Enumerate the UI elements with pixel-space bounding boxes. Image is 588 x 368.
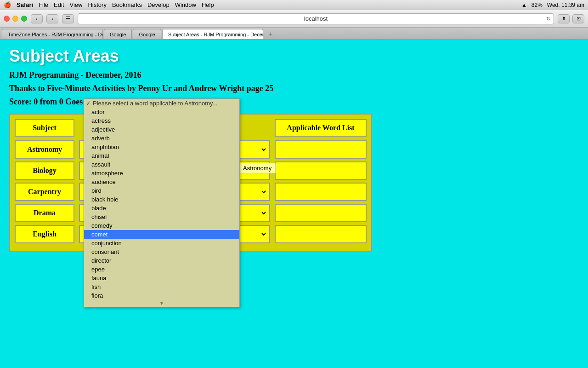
dropdown-item[interactable]: conjunction: [84, 239, 239, 247]
dropdown-overlay[interactable]: ✓ Please select a word applicable to Ast…: [84, 98, 240, 307]
dropdown-item[interactable]: black hole: [84, 195, 239, 204]
dropdown-item[interactable]: animal: [84, 151, 239, 160]
menu-help[interactable]: Help: [202, 1, 214, 8]
applicable-column-header: Applicable Word List: [275, 119, 367, 137]
menu-history[interactable]: History: [88, 1, 106, 8]
dropdown-item[interactable]: flora: [84, 291, 239, 300]
subject-carpentry: Carpentry: [15, 183, 74, 201]
thanks-text: Thanks to Five-Minute Activities by Penn…: [9, 84, 579, 93]
subject-biology: Biology: [15, 161, 74, 180]
new-tab-button[interactable]: +: [266, 30, 275, 39]
dropdown-item[interactable]: comedy: [84, 221, 239, 230]
refresh-button[interactable]: ↻: [546, 16, 551, 22]
checkmark-icon: ✓: [86, 100, 91, 107]
dropdown-item[interactable]: audience: [84, 178, 239, 186]
menu-view[interactable]: View: [70, 1, 83, 8]
dropdown-item[interactable]: actress: [84, 116, 239, 125]
menu-edit[interactable]: Edit: [54, 1, 64, 8]
traffic-lights: [4, 16, 27, 22]
subject-drama: Drama: [15, 204, 74, 222]
dropdown-placeholder-item: ✓ Please select a word applicable to Ast…: [84, 99, 239, 108]
dropdown-item[interactable]: chisel: [84, 213, 239, 221]
browser-toolbar: ‹ › ☰ localhost ↻ ⬆ ⊡: [0, 10, 588, 28]
url-text: localhost: [304, 15, 328, 22]
page-title: Subject Areas: [9, 46, 579, 66]
menu-develop[interactable]: Develop: [147, 1, 170, 8]
subject-column-header: Subject: [15, 119, 74, 137]
dropdown-item[interactable]: adjective: [84, 125, 239, 134]
battery-status: 82%: [531, 2, 543, 8]
menu-window[interactable]: Window: [175, 1, 196, 8]
menubar-right: ▲ 82% Wed. 11:39 am: [521, 2, 584, 8]
dropdown-scroll-indicator: ▼: [84, 300, 239, 307]
applicable-carpentry: [275, 183, 367, 201]
minimize-button[interactable]: [12, 16, 18, 22]
dropdown-item[interactable]: adverb: [84, 134, 239, 143]
tab-2[interactable]: Google: [133, 29, 161, 39]
applicable-drama: [275, 204, 367, 222]
tab-1[interactable]: Google: [104, 29, 132, 39]
dropdown-item[interactable]: actor: [84, 108, 239, 116]
dropdown-item[interactable]: director: [84, 256, 239, 265]
tab-0[interactable]: TimeZone Places - RJM Programming - Dece…: [2, 29, 103, 39]
clock: Wed. 11:39 am: [547, 2, 584, 8]
back-button[interactable]: ‹: [31, 14, 43, 23]
dropdown-item[interactable]: assault: [84, 160, 239, 169]
sidebar-button[interactable]: ☰: [62, 14, 74, 23]
apple-menu[interactable]: 🍎: [4, 1, 11, 8]
applicable-english: [275, 225, 367, 243]
tabs-bar: TimeZone Places - RJM Programming - Dece…: [0, 28, 588, 40]
url-bar[interactable]: localhost ↻: [78, 13, 554, 24]
subject-astronomy: Astronomy: [15, 140, 74, 159]
applicable-biology: [275, 161, 367, 180]
maximize-button[interactable]: [21, 16, 27, 22]
tab-3[interactable]: Subject Areas - RJM Programming - Decemb…: [162, 29, 263, 39]
page-subtitle: RJM Programming - December, 2016: [9, 70, 579, 80]
toolbar-right-buttons: ⬆ ⊡: [558, 14, 584, 23]
applicable-astronomy: [275, 140, 367, 159]
dropdown-item[interactable]: blade: [84, 204, 239, 213]
forward-button[interactable]: ›: [46, 14, 58, 23]
dropdown-item[interactable]: fauna: [84, 274, 239, 282]
expand-button[interactable]: ⊡: [572, 14, 584, 23]
dropdown-item[interactable]: consonant: [84, 247, 239, 256]
astronomy-tooltip: Astronomy: [239, 163, 276, 173]
dropdown-item[interactable]: bird: [84, 186, 239, 195]
dropdown-item[interactable]: atmosphere: [84, 169, 239, 178]
subject-english: English: [15, 225, 74, 243]
menu-safari[interactable]: Safari: [17, 1, 33, 8]
dropdown-item[interactable]: epee: [84, 265, 239, 274]
close-button[interactable]: [4, 16, 10, 22]
share-button[interactable]: ⬆: [558, 14, 570, 23]
wifi-icon: ▲: [521, 2, 527, 8]
page-content: Subject Areas RJM Programming - December…: [0, 40, 588, 368]
dropdown-item[interactable]: amphibian: [84, 143, 239, 151]
dropdown-item[interactable]: fish: [84, 282, 239, 291]
menu-bookmarks[interactable]: Bookmarks: [112, 1, 142, 8]
menubar: 🍎 Safari File Edit View History Bookmark…: [0, 0, 588, 10]
menu-file[interactable]: File: [39, 1, 48, 8]
dropdown-item-comet[interactable]: comet: [84, 230, 239, 239]
